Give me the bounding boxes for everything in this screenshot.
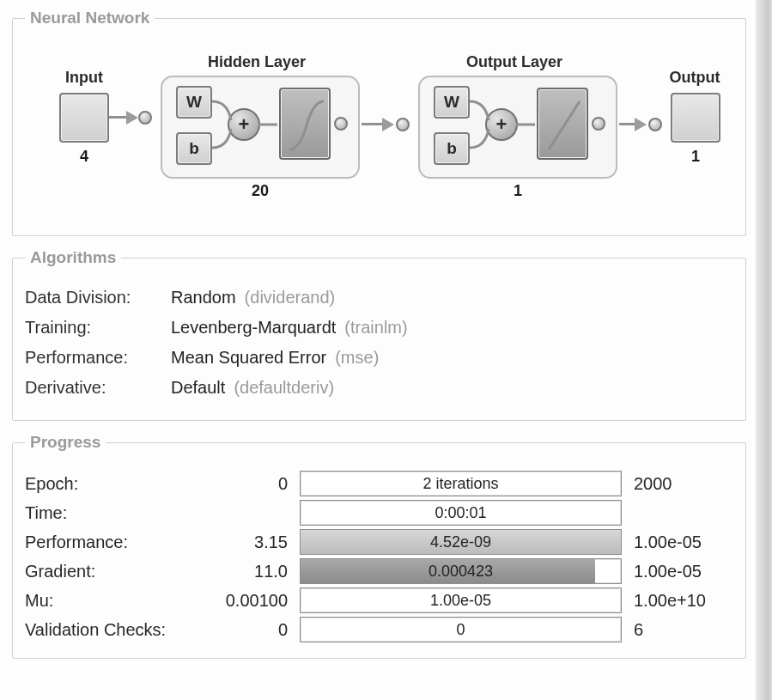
algo-function: (trainlm) (344, 318, 407, 338)
progress-row-performance: Performance: 3.15 4.52e-09 1.00e-05 (25, 529, 733, 555)
algo-value: Levenberg-Marquardt (171, 318, 336, 338)
input-size: 4 (59, 148, 109, 166)
algo-label: Data Division: (25, 288, 171, 307)
port-icon (592, 117, 605, 131)
algorithms-panel: Algorithms Data Division: Random (divide… (12, 248, 746, 421)
hidden-connectors (161, 76, 360, 179)
progress-start: 0 (205, 474, 291, 494)
progress-center: 2 iterations (301, 472, 621, 496)
progress-end: 2000 (630, 474, 733, 494)
progress-title: Progress (25, 433, 106, 452)
algo-row-data-division: Data Division: Random (dividerand) (25, 288, 733, 307)
progress-center: 0.000423 (301, 559, 621, 583)
progress-bar-epoch: 2 iterations (300, 471, 622, 496)
progress-start: 3.15 (205, 533, 291, 552)
progress-bar-validation: 0 (300, 617, 622, 642)
algo-row-derivative: Derivative: Default (defaultderiv) (25, 378, 733, 398)
algo-function: (mse) (335, 348, 379, 368)
algo-label: Training: (25, 318, 171, 338)
progress-label: Mu: (25, 591, 197, 611)
input-label: Input (54, 69, 114, 87)
progress-row-time: Time: 0:00:01 (25, 500, 733, 526)
progress-row-gradient: Gradient: 11.0 0.000423 1.00e-05 (25, 558, 733, 584)
progress-center: 0:00:01 (301, 501, 621, 525)
algo-function: (dividerand) (245, 288, 336, 307)
outputlayer-label: Output Layer (437, 53, 592, 71)
output-label: Output (660, 69, 729, 87)
neural-network-panel: Neural Network Input 4 Hidden Layer W b … (12, 9, 746, 236)
progress-row-mu: Mu: 0.00100 1.00e-05 1.00e+10 (25, 587, 733, 613)
algo-value: Random (171, 288, 236, 307)
arrowhead-icon (635, 118, 647, 131)
progress-panel: Progress Epoch: 0 2 iterations 2000 Time… (12, 433, 746, 659)
progress-start: 0 (205, 620, 291, 640)
port-icon (648, 118, 662, 131)
progress-label: Time: (25, 503, 197, 523)
progress-label: Validation Checks: (25, 620, 197, 640)
port-icon (334, 117, 348, 131)
nntraintool-window: Neural Network Input 4 Hidden Layer W b … (0, 0, 772, 700)
arrowhead-icon (382, 118, 394, 131)
neural-network-title: Neural Network (25, 9, 155, 27)
progress-label: Performance: (25, 533, 197, 552)
outputlayer-size: 1 (418, 182, 617, 200)
arrowhead-icon (126, 111, 138, 125)
progress-start: 0.00100 (205, 591, 291, 611)
progress-center: 1.00e-05 (301, 588, 621, 612)
input-block (59, 93, 109, 143)
progress-row-validation: Validation Checks: 0 0 6 (25, 617, 733, 642)
progress-start: 11.0 (205, 562, 291, 581)
algorithms-title: Algorithms (25, 248, 121, 267)
hidden-label: Hidden Layer (179, 53, 334, 71)
algo-function: (defaultderiv) (234, 378, 334, 398)
network-diagram: Input 4 Hidden Layer W b + 20 (25, 43, 733, 223)
progress-bar-time: 0:00:01 (300, 500, 622, 526)
algo-row-performance: Performance: Mean Squared Error (mse) (25, 348, 733, 368)
progress-end: 6 (630, 620, 733, 640)
progress-end: 1.00e-05 (630, 533, 733, 552)
algo-label: Performance: (25, 348, 171, 368)
progress-center: 4.52e-09 (301, 530, 621, 554)
progress-center: 0 (301, 618, 621, 642)
progress-bar-mu: 1.00e-05 (300, 587, 622, 613)
progress-label: Epoch: (25, 474, 197, 494)
progress-row-epoch: Epoch: 0 2 iterations 2000 (25, 471, 733, 496)
algo-value: Default (171, 378, 225, 398)
progress-bar-performance: 4.52e-09 (300, 529, 622, 555)
progress-bar-gradient: 0.000423 (300, 558, 622, 584)
output-size: 1 (671, 148, 720, 166)
progress-label: Gradient: (25, 562, 197, 581)
algo-value: Mean Squared Error (171, 348, 326, 368)
output-connectors (418, 76, 617, 179)
port-icon (396, 118, 410, 131)
port-icon (138, 111, 152, 125)
progress-end: 1.00e+10 (630, 591, 733, 611)
algo-row-training: Training: Levenberg-Marquardt (trainlm) (25, 318, 733, 338)
algo-label: Derivative: (25, 378, 171, 398)
hidden-size: 20 (161, 182, 360, 200)
output-block (671, 93, 720, 143)
progress-end: 1.00e-05 (630, 562, 733, 581)
